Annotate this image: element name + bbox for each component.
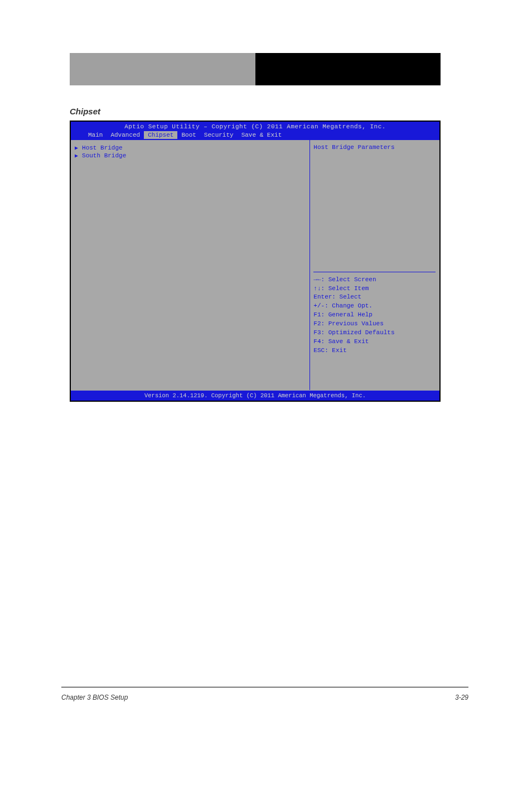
tab-security[interactable]: Security	[200, 131, 238, 139]
help-key-list: →←: Select Screen ↑↓: Select Item Enter:…	[313, 276, 436, 355]
bios-menu-panel: ▶ Host Bridge ▶ South Bridge	[71, 140, 310, 390]
help-key: +/-: Change Opt.	[313, 302, 436, 311]
submenu-arrow-icon: ▶	[75, 152, 78, 159]
help-key: →←: Select Screen	[313, 276, 436, 285]
bios-tabs: Main Advanced Chipset Boot Security Save…	[71, 130, 439, 140]
page-footer-left: Chapter 3 BIOS Setup	[61, 694, 128, 701]
tab-main[interactable]: Main	[84, 131, 107, 139]
menu-item-south-bridge[interactable]: ▶ South Bridge	[75, 152, 306, 160]
menu-item-host-bridge[interactable]: ▶ Host Bridge	[75, 144, 306, 152]
help-key: F3: Optimized Defaults	[313, 329, 436, 338]
help-divider	[313, 272, 436, 272]
bios-screen: Aptio Setup Utility – Copyright (C) 2011…	[70, 121, 441, 402]
bios-help-panel: Host Bridge Parameters →←: Select Screen…	[310, 140, 439, 390]
page-footer: Chapter 3 BIOS Setup 3-29	[61, 694, 468, 701]
header-bar	[70, 53, 441, 85]
tab-save-exit[interactable]: Save & Exit	[238, 131, 286, 139]
page-footer-right: 3-29	[455, 694, 468, 701]
header-right-block	[255, 53, 441, 85]
chipset-heading: Chipset	[70, 107, 441, 116]
help-key: F2: Previous Values	[313, 320, 436, 329]
help-key: ESC: Exit	[313, 346, 436, 355]
tab-boot[interactable]: Boot	[177, 131, 200, 139]
tab-advanced[interactable]: Advanced	[107, 131, 144, 139]
help-key: F1: General Help	[313, 311, 436, 320]
bios-footer: Version 2.14.1219. Copyright (C) 2011 Am…	[71, 391, 439, 401]
menu-item-label: South Bridge	[82, 152, 126, 159]
submenu-arrow-icon: ▶	[75, 145, 78, 151]
page-footer-line	[61, 687, 468, 687]
menu-item-label: Host Bridge	[82, 145, 123, 151]
bios-title: Aptio Setup Utility – Copyright (C) 2011…	[71, 122, 439, 130]
help-key: F4: Save & Exit	[313, 338, 436, 346]
header-left-block	[70, 53, 255, 85]
tab-chipset[interactable]: Chipset	[144, 131, 177, 139]
help-key: Enter: Select	[313, 293, 436, 302]
help-description: Host Bridge Parameters	[313, 144, 436, 151]
help-key: ↑↓: Select Item	[313, 285, 436, 293]
